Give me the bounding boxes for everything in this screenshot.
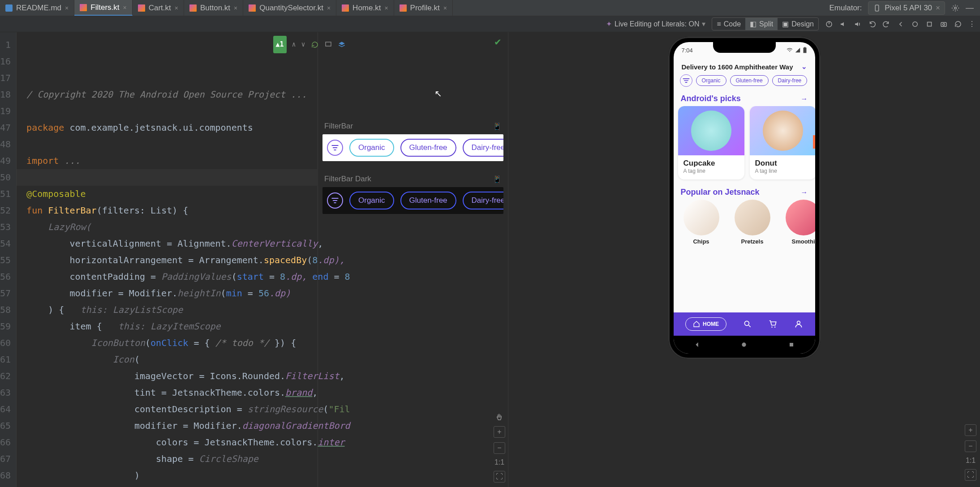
open-on-device-icon[interactable]: 📱 bbox=[493, 175, 502, 184]
close-icon[interactable]: × bbox=[123, 4, 127, 11]
zoom-out-button[interactable]: − bbox=[965, 440, 976, 452]
code-editor[interactable]: 1161718194748495051525354555657585960616… bbox=[0, 32, 318, 487]
prev-highlight-icon[interactable]: ∧ bbox=[292, 36, 296, 53]
zoom-in-button[interactable]: + bbox=[494, 426, 505, 438]
camera-icon[interactable] bbox=[940, 20, 948, 28]
item-pretzels[interactable]: Pretzels bbox=[730, 200, 775, 245]
close-icon[interactable]: × bbox=[936, 4, 940, 13]
item-label: Smoothi bbox=[792, 238, 815, 245]
next-highlight-icon[interactable]: ∨ bbox=[301, 36, 305, 53]
kotlin-file-icon bbox=[249, 4, 256, 12]
picks-cards[interactable]: CupcakeA tag line DonutA tag line bbox=[674, 106, 815, 185]
layers-icon[interactable] bbox=[338, 41, 346, 49]
chip-dairy-free[interactable]: Dairy-free bbox=[463, 192, 503, 209]
power-icon[interactable] bbox=[825, 20, 833, 28]
item-label: Pretzels bbox=[741, 238, 764, 245]
sys-home-icon[interactable] bbox=[740, 341, 748, 348]
live-edit-toggle[interactable]: ✦ Live Editing of Literals: ON ▾ bbox=[606, 20, 705, 28]
tab-quantity[interactable]: QuantitySelector.kt× bbox=[243, 0, 336, 16]
zoom-reset[interactable]: 1:1 bbox=[966, 457, 976, 465]
live-edit-label: Live Editing of Literals: ON bbox=[615, 20, 699, 28]
tab-filters[interactable]: Filters.kt× bbox=[74, 0, 132, 16]
zoom-fit-button[interactable]: ⛶ bbox=[494, 471, 505, 483]
device-selector[interactable]: Pixel 5 API 30 × bbox=[868, 1, 945, 15]
card-image bbox=[750, 106, 815, 155]
vm-label: Code bbox=[724, 20, 741, 28]
zoom-fit-button[interactable]: ⛶ bbox=[965, 469, 976, 481]
chip-organic[interactable]: Organic bbox=[696, 75, 726, 86]
tab-home[interactable]: Home.kt× bbox=[336, 0, 394, 16]
home-circle-icon[interactable] bbox=[911, 20, 919, 28]
refresh-preview-icon[interactable] bbox=[311, 41, 319, 49]
device-icon[interactable] bbox=[324, 41, 332, 49]
close-icon[interactable]: × bbox=[443, 4, 447, 12]
code-area[interactable]: / Copyright 2020 The Android Open Source… bbox=[17, 32, 350, 487]
close-icon[interactable]: × bbox=[175, 4, 178, 12]
view-mode-split[interactable]: ◧Split bbox=[745, 18, 778, 30]
overview-icon[interactable] bbox=[925, 20, 933, 28]
view-mode-design[interactable]: ▣Design bbox=[778, 18, 818, 30]
chip-organic[interactable]: Organic bbox=[349, 192, 394, 209]
zoom-reset[interactable]: 1:1 bbox=[494, 458, 504, 466]
chip-organic[interactable]: Organic bbox=[349, 139, 394, 157]
chip-gluten-free[interactable]: Gluten-free bbox=[400, 192, 456, 209]
pan-icon[interactable] bbox=[495, 413, 504, 422]
more-icon[interactable]: ⋮ bbox=[968, 20, 976, 28]
card-name: Donut bbox=[755, 159, 811, 168]
volume-up-icon[interactable] bbox=[839, 20, 847, 28]
mouse-cursor: ↖ bbox=[434, 88, 442, 99]
arrow-right-icon[interactable]: → bbox=[801, 95, 808, 103]
sys-back-icon[interactable] bbox=[693, 341, 701, 348]
volume-down-icon[interactable] bbox=[854, 20, 862, 28]
sys-overview-icon[interactable] bbox=[788, 341, 795, 348]
filter-row[interactable]: Organic Gluten-free Dairy-free bbox=[674, 73, 815, 91]
phone-frame: 7:04 Delivery to 1600 Amphitheater Way ⌄ bbox=[668, 37, 821, 359]
close-icon[interactable]: × bbox=[384, 4, 388, 12]
zoom-out-button[interactable]: − bbox=[494, 442, 505, 454]
tab-button[interactable]: Button.kt× bbox=[184, 0, 243, 16]
item-chips[interactable]: Chips bbox=[679, 200, 724, 245]
card-donut[interactable]: DonutA tag line bbox=[750, 106, 815, 179]
editor-subbar: ✦ Live Editing of Literals: ON ▾ ≡Code ◧… bbox=[0, 16, 980, 32]
close-icon[interactable]: × bbox=[327, 4, 331, 12]
search-icon[interactable] bbox=[743, 320, 752, 329]
cart-icon[interactable] bbox=[769, 320, 778, 329]
phone-screen[interactable]: 7:04 Delivery to 1600 Amphitheater Way ⌄ bbox=[674, 42, 815, 354]
svg-rect-10 bbox=[803, 47, 806, 53]
nav-home[interactable]: HOME bbox=[685, 317, 726, 331]
gear-icon[interactable] bbox=[951, 4, 959, 12]
rotate-right-icon[interactable] bbox=[882, 20, 890, 28]
profile-icon[interactable] bbox=[794, 320, 803, 329]
wifi-icon bbox=[787, 47, 793, 53]
tab-profile[interactable]: Profile.kt× bbox=[394, 0, 453, 16]
tab-cart[interactable]: Cart.kt× bbox=[133, 0, 184, 16]
svg-rect-6 bbox=[928, 22, 932, 26]
open-on-device-icon[interactable]: 📱 bbox=[493, 122, 502, 131]
clock: 7:04 bbox=[682, 47, 693, 54]
close-icon[interactable]: × bbox=[65, 4, 69, 12]
card-cupcake[interactable]: CupcakeA tag line bbox=[678, 106, 744, 179]
close-icon[interactable]: × bbox=[234, 4, 237, 12]
item-image bbox=[735, 200, 770, 235]
back-icon[interactable] bbox=[897, 20, 905, 28]
rotate-left-icon[interactable] bbox=[868, 20, 876, 28]
view-mode-code[interactable]: ≡Code bbox=[712, 18, 745, 30]
item-image bbox=[786, 200, 815, 235]
popular-items[interactable]: Chips Pretzels Smoothi bbox=[674, 200, 815, 248]
item-smoothie[interactable]: Smoothi bbox=[781, 200, 815, 245]
filter-list-icon[interactable] bbox=[680, 74, 692, 87]
minimize-icon[interactable]: — bbox=[966, 3, 974, 13]
delivery-address[interactable]: Delivery to 1600 Amphitheater Way ⌄ bbox=[674, 58, 815, 73]
chip-gluten-free[interactable]: Gluten-free bbox=[730, 75, 769, 86]
arrow-right-icon[interactable]: → bbox=[801, 188, 808, 197]
chip-dairy-free[interactable]: Dairy-free bbox=[463, 139, 503, 157]
chip-dairy-free[interactable]: Dairy-free bbox=[772, 75, 808, 86]
svg-rect-7 bbox=[941, 22, 946, 26]
chip-gluten-free[interactable]: Gluten-free bbox=[400, 139, 456, 157]
warning-badge[interactable]: ▲1 bbox=[273, 36, 287, 53]
item-image bbox=[683, 200, 719, 235]
refresh-icon[interactable] bbox=[954, 20, 962, 28]
zoom-in-button[interactable]: + bbox=[965, 424, 976, 436]
tab-readme[interactable]: README.md× bbox=[0, 0, 74, 16]
home-icon bbox=[693, 320, 700, 328]
